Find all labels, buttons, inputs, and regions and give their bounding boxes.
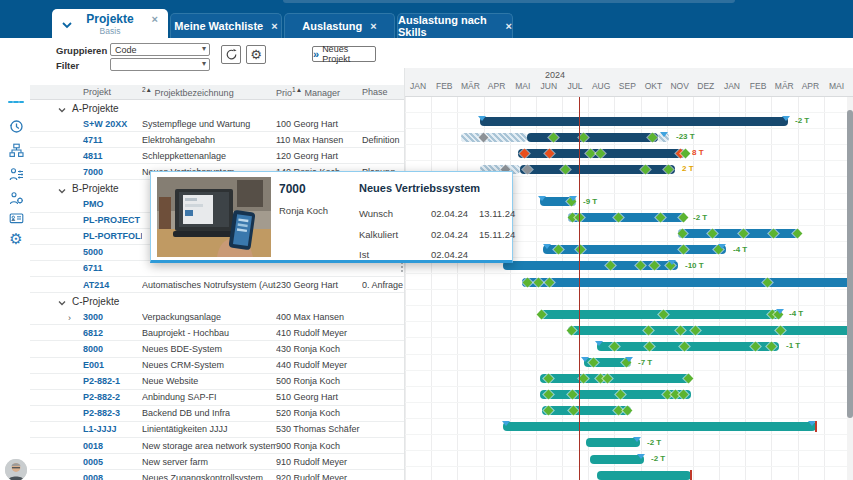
gantt-timeline-header: 2024 JANFEBMÄRAPRMAIJUNJULAUGSEPOKTNOVDE… <box>405 68 853 97</box>
gantt-bar-6812[interactable] <box>568 326 853 335</box>
project-code-link[interactable]: 3000 <box>83 312 103 322</box>
project-code-link[interactable]: P2-882-1 <box>83 376 120 386</box>
table-row-6711[interactable]: 6711 <box>30 261 404 277</box>
gantt-row-E001: -7 T <box>405 355 853 371</box>
table-row-P2-882-2[interactable]: P2-882-2Anbindung SAP-FI510 Georg Hart <box>30 390 404 406</box>
settings-button[interactable]: ⚙ <box>246 45 266 64</box>
project-code-link[interactable]: PL-PORTFOLIO <box>83 231 142 241</box>
gantt-bar-0008[interactable] <box>597 471 691 480</box>
timeline-year: 2024 <box>545 70 565 80</box>
person-settings-icon[interactable] <box>8 166 24 182</box>
tab-projekte[interactable]: Projekte Basis × <box>52 9 168 38</box>
group-by-select[interactable]: Code▾ <box>110 43 210 56</box>
table-row-P2-882-3[interactable]: P2-882-3Backend DB und Infra520 Ronja Ko… <box>30 406 404 422</box>
column-header-manager[interactable]: Prio1▲ Manager <box>276 86 362 98</box>
chevron-down-icon[interactable] <box>58 100 66 117</box>
gantt-bar-L1-JJJJ[interactable] <box>503 422 816 431</box>
tab-auslastung[interactable]: Auslastung × <box>284 13 395 38</box>
table-row-P2-882-1[interactable]: P2-882-1Neue Website500 Ronja Koch <box>30 374 404 390</box>
settings-icon[interactable]: ⚙ <box>8 230 24 246</box>
project-code-link[interactable]: 8000 <box>83 344 103 354</box>
project-code-link[interactable]: L1-JJJJ <box>83 424 117 434</box>
table-row-3000[interactable]: ›3000Verpackungsanlage400 Max Hansen <box>30 309 404 325</box>
tab-auslastung-nach-skills[interactable]: Auslastung nach Skills × <box>397 13 513 38</box>
project-code-link[interactable]: 5000 <box>83 247 103 257</box>
chevron-down-icon[interactable] <box>62 15 72 33</box>
scrollbar-thumb[interactable] <box>847 110 853 418</box>
project-name-cell: Neues CRM-System <box>142 360 276 370</box>
gantt-bar-AT214[interactable] <box>522 278 853 287</box>
gantt-bar-PL-PROJECT[interactable] <box>568 213 686 222</box>
menu-icon[interactable] <box>8 94 24 110</box>
project-code-link[interactable]: 0005 <box>83 457 103 467</box>
gantt-bar-4711[interactable] <box>461 133 527 142</box>
person-gear-icon[interactable] <box>8 190 24 206</box>
refresh-button[interactable] <box>221 45 241 64</box>
user-avatar[interactable] <box>5 459 27 480</box>
project-planning-app: Projekte Basis × Meine Watchliste × Ausl… <box>0 0 853 480</box>
gantt-bar-P2-882-1[interactable] <box>540 374 691 383</box>
project-code-link[interactable]: P2-882-3 <box>83 408 120 418</box>
project-code-link[interactable]: 6812 <box>83 328 103 338</box>
project-code-cell: 4811 <box>30 151 142 161</box>
chevron-down-icon[interactable] <box>58 292 66 310</box>
id-card-icon[interactable] <box>8 210 24 226</box>
header-highlight <box>283 0 735 3</box>
gantt-bar-4711[interactable] <box>527 133 658 142</box>
close-icon[interactable]: × <box>370 20 376 32</box>
project-code-link[interactable]: 0008 <box>83 473 103 480</box>
project-code-link[interactable]: S+W 20XX <box>83 119 127 129</box>
project-code-cell: PL-PROJECT <box>30 215 142 225</box>
close-icon[interactable]: × <box>271 20 277 32</box>
project-code-link[interactable]: 6711 <box>83 263 103 273</box>
project-code-link[interactable]: AT214 <box>83 280 109 290</box>
project-code-link[interactable]: P2-882-2 <box>83 392 120 402</box>
month-label: FEB <box>745 81 771 91</box>
table-row-4811[interactable]: 4811Schleppkettenanlage120 Georg Hart <box>30 148 404 164</box>
close-icon[interactable]: × <box>506 20 512 32</box>
group-row-C-Projekte[interactable]: C-Projekte <box>30 293 404 309</box>
column-header-projektbezeichnung[interactable]: 2▲ Projektbezeichnung <box>142 86 276 98</box>
column-header-phase[interactable]: Phase <box>362 87 404 97</box>
project-code-link[interactable]: 7000 <box>83 167 103 177</box>
project-code-link[interactable]: PL-PROJECT <box>83 215 140 225</box>
project-code-link[interactable]: 0018 <box>83 441 103 451</box>
gantt-bar-7000[interactable] <box>520 165 675 174</box>
org-chart-icon[interactable] <box>8 142 24 158</box>
new-project-button[interactable]: » Neues Projekt <box>312 46 376 62</box>
project-code-link[interactable]: E001 <box>83 360 104 370</box>
close-icon[interactable]: × <box>152 13 158 25</box>
gantt-bar-0005[interactable] <box>590 455 644 464</box>
column-header-projekt[interactable]: Projekt <box>30 87 142 97</box>
group-row-A-Projekte[interactable]: A-Projekte <box>30 100 404 116</box>
project-code-cell: 5000 <box>30 247 142 257</box>
table-row-8000[interactable]: 8000Neues BDE-System430 Ronja Koch <box>30 341 404 357</box>
project-code-link[interactable]: PMO <box>83 199 104 209</box>
app-header: Projekte Basis × Meine Watchliste × Ausl… <box>0 0 853 38</box>
tooltip-project-code: 7000 <box>279 182 306 196</box>
gantt-bar-5000[interactable] <box>543 245 726 254</box>
project-code-link[interactable]: 4711 <box>83 135 103 145</box>
manager-cell: 400 Max Hansen <box>276 312 362 322</box>
table-row-0005[interactable]: 0005New server farm910 Rudolf Meyer <box>30 454 404 470</box>
project-code-link[interactable]: 4811 <box>83 151 103 161</box>
table-row-0018[interactable]: 0018New storage area network system (SAN… <box>30 438 404 454</box>
history-icon[interactable] <box>8 118 24 134</box>
expand-arrow-icon[interactable]: › <box>68 313 71 322</box>
sidebar: ⚙ <box>0 38 30 480</box>
chevron-down-icon[interactable] <box>58 180 66 198</box>
table-row-4711[interactable]: 4711Elektrohängebahn110 Max HansenDefini… <box>30 132 404 148</box>
double-chevron-icon: » <box>313 49 319 60</box>
gantt-bar-S+W 20XX[interactable] <box>480 117 788 126</box>
buffer-label: -4 T <box>789 306 803 322</box>
buffer-label: -7 T <box>638 355 652 371</box>
tab-meine-watchliste[interactable]: Meine Watchliste × <box>170 13 282 38</box>
table-row-E001[interactable]: E001Neues CRM-System440 Rudolf Meyer <box>30 358 404 374</box>
filter-select[interactable]: ▾ <box>110 58 210 71</box>
table-row-6812[interactable]: 6812Bauprojekt - Hochbau410 Rudolf Meyer <box>30 325 404 341</box>
table-row-AT214[interactable]: AT214Automatisches Notrufsystem (Automot… <box>30 277 404 293</box>
table-row-L1-JJJJ[interactable]: L1-JJJJLinientätigkeiten JJJJ530 Thomas … <box>30 422 404 438</box>
gantt-bar-0018[interactable] <box>586 438 640 447</box>
table-row-0008[interactable]: 0008Neues Zugangskontrollsystem920 Rudol… <box>30 470 404 480</box>
table-row-S+W 20XX[interactable]: S+W 20XXSystempflege und Wartung100 Geor… <box>30 116 404 132</box>
